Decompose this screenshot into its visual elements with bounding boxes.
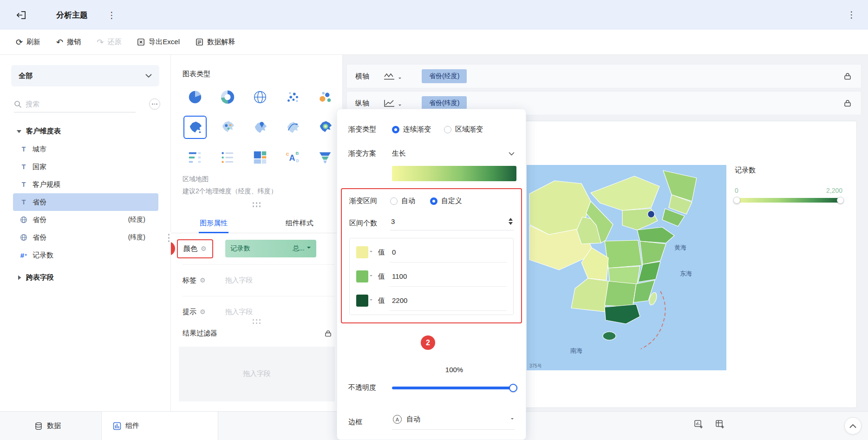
stop-color-swatch[interactable]: [356, 295, 368, 307]
stop-color-swatch[interactable]: [356, 270, 368, 282]
lock-icon[interactable]: [324, 329, 332, 337]
tab-component-style[interactable]: 组件样式: [257, 214, 343, 233]
gradient-stop-row: 值 0: [356, 240, 507, 264]
chart-type-ranking-list-icon[interactable]: [179, 146, 211, 169]
globe-icon: [20, 234, 28, 241]
radio-auto-interval[interactable]: 自动: [390, 197, 415, 205]
color-field-pill[interactable]: 记录数 总...: [225, 240, 316, 257]
chart-type-word-cloud-icon[interactable]: ACBD: [276, 146, 309, 169]
svg-text:B: B: [296, 151, 299, 156]
stop-value-input[interactable]: 1100: [390, 266, 507, 287]
result-filter-drop-area[interactable]: 拖入字段: [179, 347, 335, 401]
sidebar-field-customer-scale[interactable]: T 客户规模: [13, 176, 158, 193]
panel-drag-handle[interactable]: [253, 202, 261, 207]
chart-type-bubble-icon[interactable]: [309, 86, 341, 108]
exit-back-icon[interactable]: [16, 10, 26, 20]
sidebar-field-province[interactable]: T 省份: [13, 193, 158, 211]
radio-on-icon[interactable]: [392, 126, 399, 133]
sidebar-field-province-latitude[interactable]: 省份 (纬度): [13, 229, 158, 246]
gear-icon[interactable]: ⚙: [200, 308, 206, 315]
data-explain-button[interactable]: 数据解释: [196, 38, 235, 46]
tab-data[interactable]: 数据: [34, 412, 61, 440]
y-axis-type-icon[interactable]: [383, 99, 401, 107]
color-property-row: 1 颜色 ⚙ 记录数 总...: [183, 233, 335, 265]
redo-button[interactable]: ↷ 还原: [97, 38, 121, 46]
count-stepper[interactable]: [509, 218, 513, 225]
legend-max-handle[interactable]: [837, 197, 844, 204]
radio-continuous-gradient[interactable]: 连续渐变: [392, 125, 431, 134]
chevron-down-icon: [511, 418, 514, 421]
sidebar-field-country[interactable]: T 国家: [13, 158, 158, 176]
radio-regional-gradient[interactable]: 区域渐变: [444, 125, 483, 134]
map-attribution-text: 375号: [529, 363, 542, 368]
chart-type-treemap-icon[interactable]: [244, 146, 276, 169]
chevron-down-icon: [145, 74, 152, 78]
border-select[interactable]: A 自动: [392, 414, 515, 430]
chart-type-radar-icon[interactable]: [244, 86, 276, 108]
sea-label-south-china-sea: 南海: [570, 347, 582, 354]
tab-graphic-properties[interactable]: 图形属性: [171, 214, 257, 233]
legend-gradient-bar[interactable]: [735, 198, 842, 203]
interval-count-input[interactable]: 3: [391, 217, 395, 225]
chevron-down-icon[interactable]: [509, 152, 515, 156]
chart-type-donut-icon[interactable]: [211, 86, 244, 108]
stop-color-swatch[interactable]: [356, 246, 368, 258]
tooltip-setting-button[interactable]: 提示 ⚙: [183, 308, 206, 316]
chart-type-flow-map-icon[interactable]: [276, 116, 309, 138]
collapse-panel-button[interactable]: [844, 417, 861, 434]
auto-a-icon: A: [393, 415, 402, 424]
chart-type-area-map-icon[interactable]: [183, 116, 207, 139]
lock-icon[interactable]: [843, 99, 852, 107]
y-axis-field-pill[interactable]: 省份(纬度): [422, 96, 467, 110]
chevron-down-icon: [370, 275, 372, 278]
chart-type-point-map-icon[interactable]: [244, 116, 276, 138]
china-choropleth-map[interactable]: 黄海 东海 南海 375号: [527, 165, 726, 370]
label-setting-button[interactable]: 标签 ⚙: [183, 276, 206, 285]
tooltip-drop-placeholder[interactable]: 拖入字段: [225, 308, 253, 316]
search-more-icon[interactable]: [149, 99, 160, 110]
border-row: 边框 A 自动: [348, 414, 515, 430]
x-axis-type-icon[interactable]: [383, 72, 401, 80]
label-drop-placeholder[interactable]: 拖入字段: [225, 276, 253, 285]
chart-type-dot-list-icon[interactable]: [211, 146, 244, 169]
gradient-scheme-select[interactable]: 生长: [392, 149, 406, 158]
opacity-slider-handle[interactable]: [509, 384, 517, 392]
title-kebab-menu-icon[interactable]: ⋮: [107, 11, 116, 20]
gear-icon[interactable]: ⚙: [200, 276, 206, 284]
chart-type-pie-icon[interactable]: [179, 86, 211, 108]
opacity-slider[interactable]: [392, 387, 515, 389]
legend-min-handle[interactable]: [733, 197, 740, 204]
sidebar-field-province-longitude[interactable]: 省份 (经度): [13, 211, 158, 229]
chart-type-bubble-map-icon[interactable]: [211, 116, 244, 138]
export-excel-button[interactable]: 导出Excel: [137, 38, 180, 46]
add-crosstab-icon[interactable]: [715, 420, 725, 429]
table-group-customer-dimension[interactable]: 客户维度表: [0, 122, 170, 140]
dataset-scope-dropdown[interactable]: 全部: [11, 65, 159, 86]
lock-icon[interactable]: [843, 72, 852, 80]
chevron-down-icon: [370, 299, 372, 302]
radio-on-icon[interactable]: [430, 197, 437, 205]
x-axis-field-pill[interactable]: 省份(经度): [422, 69, 467, 83]
stop-value-input[interactable]: 2200: [390, 290, 507, 311]
chart-type-scatter-icon[interactable]: [276, 86, 309, 108]
field-search[interactable]: [14, 100, 136, 112]
radio-custom-interval[interactable]: 自定义: [430, 197, 462, 205]
refresh-button[interactable]: ⟳ 刷新: [16, 38, 40, 46]
search-input[interactable]: [26, 100, 114, 108]
sidebar-field-city[interactable]: T 城市: [13, 140, 158, 158]
filter-drag-handle[interactable]: [253, 319, 261, 324]
add-chart-icon[interactable]: [694, 420, 704, 429]
gradient-scheme-row: 渐变方案 生长: [348, 149, 515, 158]
stop-value-input[interactable]: 0: [390, 242, 507, 263]
cross-table-fields-group[interactable]: 跨表字段: [0, 268, 170, 287]
undo-button[interactable]: ↶ 撤销: [56, 38, 81, 46]
window-kebab-menu-icon[interactable]: ⋮: [847, 10, 856, 19]
tooltip-property-row: 提示 ⚙ 拖入字段: [183, 296, 335, 322]
radio-off-icon[interactable]: [390, 197, 398, 205]
sidebar-field-record-count[interactable]: #+ 记录数: [13, 246, 158, 264]
gear-icon[interactable]: ⚙: [201, 245, 207, 252]
radio-off-icon[interactable]: [444, 126, 451, 133]
selected-chart-hint: 建议2个地理维度（经度、纬度）: [183, 187, 342, 196]
tab-component[interactable]: 组件: [101, 412, 218, 440]
color-setting-button[interactable]: 颜色 ⚙: [177, 239, 213, 258]
